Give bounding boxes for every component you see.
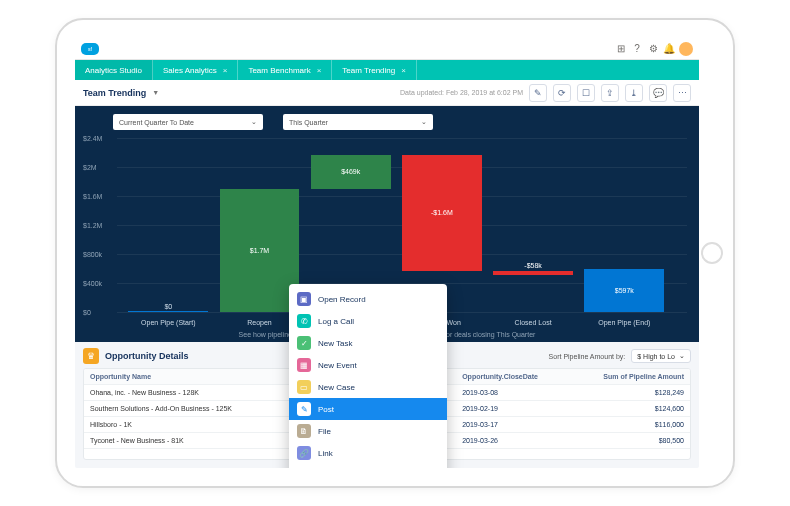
menu-post[interactable]: ✎Post [289, 398, 447, 420]
y-tick: $2.4M [83, 135, 102, 142]
tab-team-trending[interactable]: Team Trending× [332, 60, 417, 80]
panel-title: Opportunity Details [105, 351, 189, 361]
post-icon: ✎ [297, 402, 311, 416]
tab-sales-analytics[interactable]: Sales Analytics× [153, 60, 238, 80]
edit-button[interactable]: ✎ [529, 84, 547, 102]
tab-label: Team Trending [342, 66, 395, 75]
calendar-icon: ▦ [297, 358, 311, 372]
phone-icon: ✆ [297, 314, 311, 328]
selector-value: This Quarter [289, 119, 328, 126]
close-icon[interactable]: × [317, 66, 322, 75]
tab-analytics-studio[interactable]: Analytics Studio [75, 60, 153, 80]
period-selector-right[interactable]: This Quarter⌄ [283, 114, 433, 130]
file-icon: 🗎 [297, 424, 311, 438]
menu-label: New Task [318, 339, 353, 348]
sort-selector[interactable]: $ High to Lo⌄ [631, 349, 691, 363]
link-icon: 🔗 [297, 446, 311, 460]
crown-icon: ♛ [83, 348, 99, 364]
menu-log-call[interactable]: ✆Log a Call [289, 310, 447, 332]
global-header: sf ⊞ ? ⚙ 🔔 [75, 38, 699, 60]
column-header[interactable]: Opportunity.CloseDate [456, 369, 573, 385]
case-icon: ▭ [297, 380, 311, 394]
settings-gear-icon[interactable]: ⚙ [647, 43, 659, 55]
x-tick: Closed Lost [515, 319, 552, 326]
chevron-down-icon: ⌄ [421, 118, 427, 126]
bar-start[interactable] [128, 311, 208, 312]
app-launcher-icon[interactable]: ⊞ [615, 43, 627, 55]
menu-label: Log a Call [318, 317, 354, 326]
menu-label: Open Record [318, 295, 366, 304]
app-screen: sf ⊞ ? ⚙ 🔔 Analytics Studio Sales Analyt… [75, 38, 699, 468]
tab-label: Team Benchmark [248, 66, 310, 75]
refresh-button[interactable]: ⟳ [553, 84, 571, 102]
menu-label: New Event [318, 361, 357, 370]
bar-label: -$58k [524, 262, 542, 269]
menu-einstein-config[interactable]: ♛Einstein Configuration - Discovery [289, 464, 447, 468]
bar-reopen[interactable]: $1.7M [220, 189, 300, 312]
notifications-bell-icon[interactable]: 🔔 [663, 43, 675, 55]
more-button[interactable]: ⋯ [673, 84, 691, 102]
y-tick: $800k [83, 250, 102, 257]
ipad-home-button[interactable] [701, 242, 723, 264]
menu-label: Link [318, 449, 333, 458]
bar-label: $1.7M [250, 247, 269, 254]
menu-label: New Case [318, 383, 355, 392]
x-tick: Open Pipe (Start) [141, 319, 195, 326]
bar-label: $597k [615, 287, 634, 294]
chevron-down-icon: ⌄ [251, 118, 257, 126]
chat-button[interactable]: 💬 [649, 84, 667, 102]
selector-value: Current Quarter To Date [119, 119, 194, 126]
menu-label: File [318, 427, 331, 436]
menu-new-event[interactable]: ▦New Event [289, 354, 447, 376]
bar-closed-lost[interactable] [493, 271, 573, 275]
close-icon[interactable]: × [223, 66, 228, 75]
menu-new-task[interactable]: ✓New Task [289, 332, 447, 354]
y-tick: $1.2M [83, 222, 102, 229]
y-tick: $400k [83, 279, 102, 286]
dashboard-header: Team Trending ▼ Data updated: Feb 28, 20… [75, 80, 699, 106]
user-avatar[interactable] [679, 42, 693, 56]
chevron-down-icon: ⌄ [679, 352, 685, 360]
workspace-tabs: Analytics Studio Sales Analytics× Team B… [75, 60, 699, 80]
column-header[interactable]: Sum of Pipeline Amount [573, 369, 690, 385]
bookmark-button[interactable]: ☐ [577, 84, 595, 102]
period-selector-left[interactable]: Current Quarter To Date⌄ [113, 114, 263, 130]
bar-label: -$1.6M [431, 209, 453, 216]
task-icon: ✓ [297, 336, 311, 350]
tab-label: Analytics Studio [85, 66, 142, 75]
bar-moved-in[interactable]: $469k [311, 155, 391, 189]
menu-label: Post [318, 405, 334, 414]
menu-file[interactable]: 🗎File [289, 420, 447, 442]
x-tick: Open Pipe (End) [598, 319, 650, 326]
chevron-down-icon[interactable]: ▼ [152, 89, 159, 96]
bar-end[interactable]: $597k [584, 269, 664, 312]
menu-link[interactable]: 🔗Link [289, 442, 447, 464]
last-updated-text: Data updated: Feb 28, 2019 at 6:02 PM [400, 89, 523, 96]
y-tick: $1.6M [83, 192, 102, 199]
salesforce-logo: sf [81, 43, 99, 55]
tab-team-benchmark[interactable]: Team Benchmark× [238, 60, 332, 80]
tab-label: Sales Analytics [163, 66, 217, 75]
menu-open-record[interactable]: ▣Open Record [289, 288, 447, 310]
sort-label: Sort Pipeline Amount by: [549, 353, 626, 360]
bar-closed-won[interactable]: -$1.6M [402, 155, 482, 271]
open-record-icon: ▣ [297, 292, 311, 306]
sort-value: $ High to Lo [637, 353, 675, 360]
x-tick: Reopen [247, 319, 272, 326]
share-button[interactable]: ⇪ [601, 84, 619, 102]
y-tick: $0 [83, 309, 91, 316]
download-button[interactable]: ⤓ [625, 84, 643, 102]
help-icon[interactable]: ? [631, 43, 643, 55]
y-tick: $2M [83, 163, 97, 170]
close-icon[interactable]: × [401, 66, 406, 75]
menu-new-case[interactable]: ▭New Case [289, 376, 447, 398]
bar-label: $469k [341, 168, 360, 175]
row-action-menu: ▣Open Record ✆Log a Call ✓New Task ▦New … [289, 284, 447, 468]
bar-label: $0 [164, 303, 172, 310]
page-title: Team Trending [83, 88, 146, 98]
